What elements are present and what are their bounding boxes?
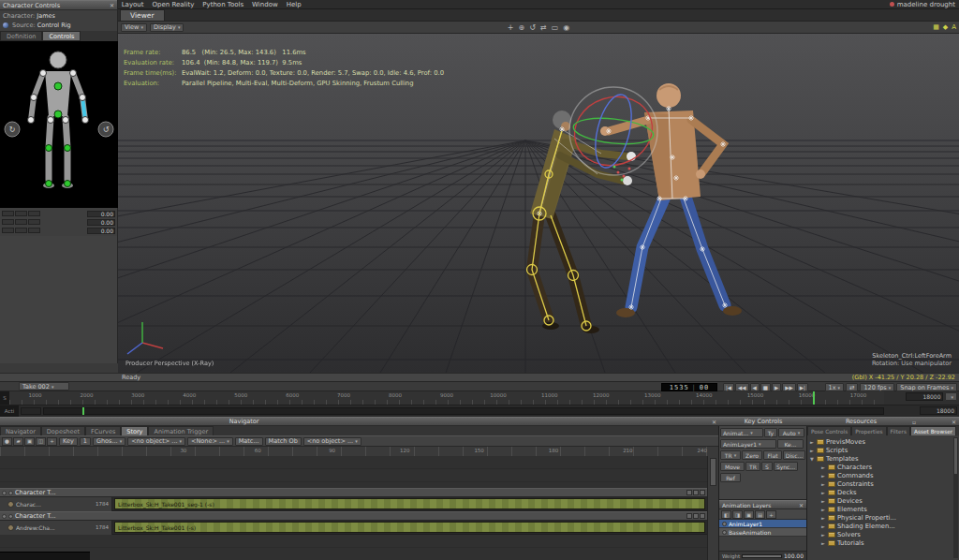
navigator-tab[interactable]: Navigator <box>0 426 41 435</box>
camera-tool-icon[interactable]: ◉ <box>563 23 569 32</box>
expand-arrow-icon[interactable]: ▼ <box>809 456 815 462</box>
tree-item[interactable]: ► Constraints <box>809 479 959 488</box>
expand-arrow-icon[interactable]: ► <box>820 507 826 512</box>
expand-arrow-icon[interactable]: ► <box>820 490 826 495</box>
fps-select[interactable]: 120 fps <box>860 383 894 391</box>
tr-button[interactable]: TR <box>745 462 760 471</box>
axis-cell[interactable] <box>28 211 40 216</box>
tree-item[interactable]: ► Tutorials <box>809 538 959 547</box>
layer-visibility-dot[interactable] <box>722 530 727 535</box>
expand-arrow-icon[interactable]: ► <box>820 498 826 504</box>
discard-button[interactable]: Disc... <box>783 450 805 460</box>
story-clip[interactable]: Litterbox_Sk:H_Take001_seg-1 (-s) <box>114 498 705 509</box>
layer-tool-icon[interactable]: + <box>766 510 776 519</box>
auto-key-toggle[interactable]: Auto <box>778 428 804 437</box>
match-button[interactable]: Matc... <box>235 437 263 446</box>
expand-arrow-icon[interactable]: ► <box>820 540 826 546</box>
tree-item[interactable]: ► PrevisMoves <box>809 437 959 446</box>
track-mute-dot[interactable] <box>2 491 7 495</box>
character-controls-tab[interactable]: Definition <box>0 31 42 41</box>
range-options[interactable] <box>945 392 957 401</box>
tree-item[interactable]: ► Physical Properti... <box>809 513 959 522</box>
value-field[interactable]: 0.00 <box>87 228 115 234</box>
menu-item[interactable]: Window <box>252 1 278 8</box>
animation-layer-row[interactable]: AnimLayer1 <box>719 520 806 528</box>
close-icon[interactable]: ✕ <box>712 419 716 425</box>
resources-tab[interactable]: Asset Browser <box>910 426 956 435</box>
move-keys-button[interactable]: Move <box>720 462 745 471</box>
story-tool-icon[interactable]: ▣ <box>24 437 35 446</box>
type-button[interactable]: Ty <box>764 428 777 437</box>
control-rig-view[interactable]: ↻ ↺ <box>0 41 117 208</box>
menu-item[interactable]: Open Reality <box>152 1 194 8</box>
current-frame-display[interactable]: 1535|00 <box>661 383 717 391</box>
expand-arrow-icon[interactable]: ► <box>820 532 826 538</box>
story-scrollbar[interactable] <box>707 456 718 560</box>
tree-item[interactable]: ▼ Templates <box>809 454 959 463</box>
navigator-tab[interactable]: Story <box>121 426 148 435</box>
track-header[interactable]: Character T... <box>0 511 707 521</box>
layer-visibility-dot[interactable] <box>722 522 727 526</box>
axis-cell[interactable] <box>2 211 14 216</box>
playhead[interactable] <box>813 391 815 405</box>
story-tool-icon[interactable]: ◫ <box>36 437 46 446</box>
story-footer-field[interactable] <box>0 552 90 560</box>
source-select[interactable]: Control Rig <box>37 22 71 29</box>
character-controls-tab[interactable]: Controls <box>42 31 81 41</box>
tree-item[interactable]: ► Characters <box>809 463 959 471</box>
story-tool-icon[interactable]: ▰ <box>13 437 23 446</box>
value-field[interactable]: 0.00 <box>87 211 115 217</box>
navigator-header[interactable]: Navigator ✕ <box>0 417 719 426</box>
layer-tool-icon[interactable]: ▣ <box>744 510 754 519</box>
resources-header[interactable]: Resources ▫ ✕ <box>807 417 959 426</box>
layer-tool-icon[interactable]: ◨ <box>732 510 743 519</box>
playback-button[interactable]: ■ <box>760 383 771 391</box>
value-field[interactable]: 0.00 <box>87 219 115 226</box>
timeline-track[interactable]: S 10002000300040005000600070008000900010… <box>0 391 959 405</box>
range-end-field[interactable]: 18000 <box>906 392 943 401</box>
tree-item[interactable]: ► Decks <box>809 488 959 496</box>
expand-arrow-icon[interactable]: ► <box>820 473 826 479</box>
close-icon[interactable]: ✕ <box>799 502 804 508</box>
object-select-2[interactable]: <no object> ... <box>303 437 361 446</box>
resources-tab[interactable]: Pose Controls <box>807 426 851 435</box>
camera-tool-icon[interactable]: ⇄ <box>540 23 547 32</box>
sync-button[interactable]: Sync... <box>774 462 798 471</box>
axis-cell[interactable] <box>15 219 27 225</box>
tr-filter-select[interactable]: TR <box>720 450 741 460</box>
story-ruler[interactable]: 306090120150180210240 <box>0 447 718 456</box>
take-select[interactable]: Take 002 <box>19 382 69 391</box>
layer-tool-icon[interactable]: ▤ <box>755 510 765 519</box>
tab-viewer[interactable]: Viewer <box>120 9 165 21</box>
resources-tab[interactable]: Filters <box>887 426 910 435</box>
weight-value[interactable]: 100.00 <box>784 553 804 559</box>
match-object-button[interactable]: Match Ob <box>265 437 302 446</box>
reference-button[interactable]: Ref <box>720 473 741 482</box>
story-tool-icon[interactable]: + <box>47 437 57 446</box>
layer-tool-icon[interactable]: ◧ <box>721 510 731 519</box>
tree-item[interactable]: ► Shading Elemen... <box>809 522 959 530</box>
key-button[interactable]: Key <box>59 437 78 446</box>
character-select[interactable]: James <box>37 12 55 20</box>
expand-arrow-icon[interactable]: ► <box>820 523 826 529</box>
navigator-tab[interactable]: Dopesheet <box>41 426 85 435</box>
pin-icon[interactable]: ▫ <box>912 419 916 425</box>
display-menu-button[interactable]: Display <box>150 23 184 32</box>
resources-tab[interactable]: Properties <box>851 426 886 435</box>
menu-item[interactable]: Python Tools <box>202 1 243 8</box>
camera-tool-icon[interactable]: ↺ <box>529 23 536 32</box>
key-controls-header[interactable]: Key Controls <box>719 417 807 426</box>
expand-arrow-icon[interactable]: ► <box>820 481 826 487</box>
tree-item[interactable]: ► Devices <box>809 496 959 505</box>
expand-arrow-icon[interactable]: ► <box>809 448 815 453</box>
action-end-field[interactable]: 18000 <box>920 406 957 415</box>
playback-button[interactable]: ▶▶ <box>782 383 795 391</box>
timeline-ruler[interactable]: 1000200030004000500060007000800090001000… <box>9 391 884 405</box>
axis-cell[interactable] <box>15 228 27 233</box>
expand-arrow-icon[interactable]: ► <box>820 464 826 470</box>
object-select-1[interactable]: <no object> ... <box>127 437 185 446</box>
navigator-tab[interactable]: FCurves <box>85 426 121 435</box>
navigator-tab[interactable]: Animation Trigger <box>148 426 214 435</box>
ghost-button[interactable]: Ghos... <box>93 437 125 446</box>
track-mute-dot[interactable] <box>2 514 7 519</box>
